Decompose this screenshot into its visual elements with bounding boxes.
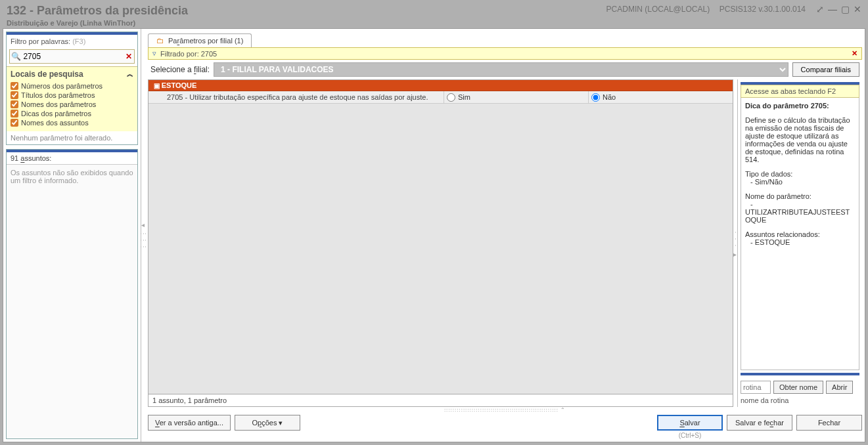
salvar-fechar-button[interactable]: Salvar e fechar (727, 415, 792, 431)
tipo-label: Tipo de dados: (745, 170, 855, 178)
param-info-panel: Dica do parâmetro 2705: Define se o cálc… (741, 98, 859, 370)
build-info: PCSIS132 v.30.1.00.014 (720, 5, 806, 14)
assuntos-header: 91 assuntos: (7, 152, 137, 165)
filtered-by-label: Filtrado por: 2705 (160, 50, 217, 58)
radio-sim[interactable] (447, 93, 455, 102)
param-opt-sim[interactable]: Sim (444, 91, 588, 103)
group-header-estoque[interactable]: ESTOQUE (148, 80, 733, 91)
title-bar: 132 - Parâmetros da presidência Distribu… (0, 0, 868, 28)
assuntos-body: Os assuntos não são exibidos quando um f… (7, 165, 137, 438)
search-icon: 🔍 (10, 52, 22, 61)
compare-filiais-button[interactable]: Comparar filiais (792, 62, 859, 77)
window-title: 132 - Parâmetros da presidência (7, 4, 188, 18)
search-places-toggle[interactable]: Locais de pesquisa ︽ (11, 70, 133, 79)
assuntos-panel: 91 assuntos: Os assuntos não são exibido… (6, 149, 138, 439)
rotina-name: nome da rotina (741, 396, 859, 404)
restore-icon[interactable]: ⤢ (816, 4, 824, 14)
rel-label: Assuntos relacionados: (745, 230, 855, 238)
ver-versao-antiga-button[interactable]: Ver a versão antiga... (148, 415, 231, 431)
check-numeros[interactable]: Números dos parâmetros (11, 81, 133, 91)
rel-value: - ESTOQUE (745, 238, 855, 246)
filter-label-hint: (F3) (72, 37, 85, 45)
filter-label: Filtro por palavras: (F3) (7, 35, 137, 48)
check-titulos[interactable]: Títulos dos parâmetros (11, 91, 133, 100)
obter-nome-button[interactable]: Obter nome (773, 381, 823, 394)
param-grid: ESTOQUE 2705 - Utilizar tributação espec… (148, 79, 733, 407)
horizontal-splitter[interactable] (148, 407, 862, 412)
right-hint-bar: Acesse as abas teclando F2 (741, 85, 859, 98)
grid-status: 1 assunto, 1 parâmetro (148, 394, 733, 406)
window-subtitle: Distribuição e Varejo (Linha WinThor) (7, 19, 188, 27)
user-info: PCADMIN (LOCAL@LOCAL) (606, 5, 710, 14)
maximize-icon[interactable]: ▢ (841, 4, 850, 14)
abrir-button[interactable]: Abrir (826, 381, 853, 394)
filter-input[interactable] (22, 51, 123, 62)
nome-value: UTILIZARTRIBUTEAJUSTEESTOQUE (745, 208, 855, 224)
minimize-icon[interactable]: — (828, 4, 837, 14)
check-dicas[interactable]: Dicas dos parâmetros (11, 109, 133, 118)
filter-bar: ▿ Filtrado por: 2705 ✕ (148, 47, 862, 60)
no-change-status: Nenhum parâmetro foi alterado. (7, 131, 137, 144)
filter-label-text: Filtro por palavras: (11, 37, 72, 45)
opcoes-button[interactable]: Opções ▾ (235, 415, 300, 431)
rotina-input[interactable] (741, 381, 771, 394)
clear-filter-icon[interactable]: ✕ (123, 52, 134, 61)
check-nomes-assuntos[interactable]: Nomes dos assuntos (11, 118, 133, 127)
tab-parametros-filial[interactable]: 🗀 Parâmetros por filial (1) (148, 33, 252, 47)
tipo-value: - Sim/Não (745, 178, 855, 186)
nome-label: Nome do parâmetro: (745, 192, 855, 200)
chevron-up-icon: ︽ (127, 70, 133, 79)
fechar-button[interactable]: Fechar (796, 415, 862, 431)
param-desc: 2705 - Utilizar tributação específica pa… (148, 91, 444, 103)
tip-body: Define se o cálculo da tributação na emi… (745, 116, 855, 163)
param-row-2705[interactable]: 2705 - Utilizar tributação específica pa… (148, 91, 733, 104)
folder-icon: 🗀 (156, 36, 164, 45)
close-icon[interactable]: ✕ (854, 4, 861, 14)
param-opt-nao[interactable]: Não (588, 91, 733, 103)
filial-label: Selecione a filial: (150, 65, 210, 74)
funnel-icon: ▿ (152, 49, 156, 58)
radio-nao[interactable] (591, 93, 600, 102)
clear-filter-bar-icon[interactable]: ✕ (852, 49, 857, 58)
search-places-title: Locais de pesquisa (11, 70, 83, 79)
tip-title: Dica do parâmetro 2705: (745, 102, 829, 110)
filial-select[interactable]: 1 - FILIAL PARA VALIDACOES (214, 62, 788, 77)
check-nomes-param[interactable]: Nomes dos parâmetros (11, 100, 133, 109)
filter-panel: Filtro por palavras: (F3) 🔍 ✕ Locais de … (6, 32, 138, 145)
salvar-button[interactable]: Salvar (657, 415, 723, 431)
salvar-hint: (Ctrl+S) (679, 432, 702, 439)
